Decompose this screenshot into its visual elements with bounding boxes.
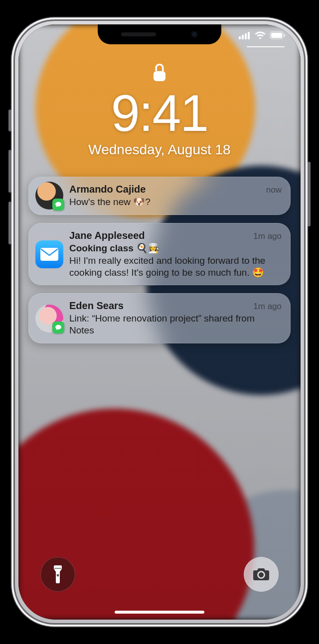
- messages-app-icon: [52, 199, 64, 211]
- notification-time: now: [266, 185, 282, 195]
- side-button[interactable]: [308, 162, 311, 226]
- svg-rect-6: [284, 34, 286, 37]
- notification-subject: Cooking class 🍳👩‍🍳: [69, 242, 282, 254]
- notification-sender: Eden Sears: [69, 300, 124, 312]
- notification-body: Hi! I'm really excited and looking forwa…: [69, 255, 282, 279]
- notification-sender: Jane Appleseed: [69, 230, 145, 241]
- notification-sender: Armando Cajide: [69, 184, 146, 195]
- wifi-icon: [255, 31, 266, 39]
- notification-time: 1m ago: [253, 231, 282, 241]
- lock-time: 9:41: [18, 87, 301, 139]
- svg-rect-8: [40, 248, 58, 261]
- lock-date: Wednesday, August 18: [18, 142, 301, 158]
- notification-item[interactable]: Eden Sears 1m ago Link: “Home renovation…: [28, 293, 291, 343]
- front-camera: [191, 31, 198, 38]
- mute-switch[interactable]: [8, 109, 11, 131]
- notification-list[interactable]: Armando Cajide now How's the new 🐶?: [28, 177, 291, 343]
- flashlight-button[interactable]: [40, 557, 75, 592]
- sender-avatar: [35, 305, 63, 332]
- cellular-icon: [239, 31, 251, 39]
- svg-rect-10: [54, 568, 61, 569]
- svg-rect-5: [271, 33, 282, 38]
- sender-avatar: [35, 182, 63, 210]
- camera-button[interactable]: [244, 557, 279, 592]
- messages-app-icon: [52, 322, 64, 333]
- svg-rect-7: [154, 71, 165, 81]
- svg-rect-3: [248, 32, 250, 39]
- screen: 9:41 Wednesday, August 18 Armando Cajide…: [18, 24, 301, 620]
- notification-item[interactable]: Armando Cajide now How's the new 🐶?: [28, 177, 291, 215]
- mail-app-icon: [35, 240, 63, 268]
- notification-body: How's the new 🐶?: [69, 196, 282, 208]
- volume-down-button[interactable]: [8, 202, 11, 244]
- lock-icon: [153, 63, 166, 82]
- camera-icon: [252, 567, 270, 582]
- battery-icon: [270, 31, 286, 39]
- home-indicator[interactable]: [115, 611, 204, 614]
- svg-rect-1: [242, 35, 244, 39]
- phone-frame: 9:41 Wednesday, August 18 Armando Cajide…: [11, 17, 308, 627]
- svg-point-9: [57, 574, 59, 577]
- status-bar: [239, 31, 286, 39]
- notification-body: Link: “Home renovation project” shared f…: [69, 313, 282, 336]
- notification-time: 1m ago: [253, 302, 282, 312]
- status-underline: [247, 46, 285, 47]
- notification-item[interactable]: Jane Appleseed 1m ago Cooking class 🍳👩‍🍳…: [28, 223, 291, 286]
- flashlight-icon: [51, 564, 65, 584]
- iphone-mockup: 9:41 Wednesday, August 18 Armando Cajide…: [0, 0, 319, 644]
- earpiece-speaker: [121, 32, 156, 36]
- volume-up-button[interactable]: [8, 150, 11, 193]
- svg-rect-0: [239, 36, 241, 39]
- notch: [98, 24, 221, 44]
- svg-rect-2: [245, 33, 247, 39]
